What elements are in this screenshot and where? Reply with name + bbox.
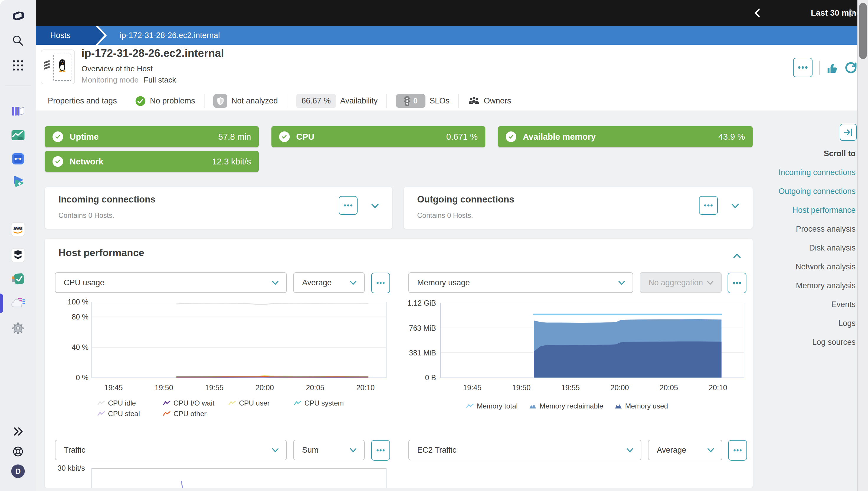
tile-label: CPU: [296, 132, 446, 142]
no-problems-label[interactable]: No problems: [150, 96, 195, 106]
search-icon[interactable]: [10, 33, 26, 48]
dynatrace-logo-glyph: [10, 11, 25, 22]
legend-item[interactable]: CPU other: [163, 410, 228, 418]
available-memory-tile[interactable]: Available memory 43.9 %: [498, 126, 753, 147]
infrastructure-app-icon[interactable]: [10, 104, 26, 119]
traffic-chart-more-button[interactable]: [371, 440, 390, 461]
legend-item[interactable]: CPU user: [228, 399, 294, 407]
help-lifebuoy-icon[interactable]: [10, 444, 26, 459]
app-grid-icon[interactable]: [10, 58, 26, 73]
cpu-chart-plot[interactable]: [91, 302, 386, 378]
network-tile[interactable]: Network 12.3 kbit/s: [45, 151, 259, 172]
card-more-button[interactable]: [339, 196, 358, 215]
tile-value: 57.8 min: [218, 132, 251, 142]
scroll-to-link[interactable]: Network analysis: [779, 257, 856, 276]
properties-bar: Properties and tags No problems Not anal…: [36, 91, 868, 111]
page-scrollbar[interactable]: [858, 0, 868, 491]
chevron-down-icon[interactable]: [731, 201, 740, 211]
cpu-tile[interactable]: CPU 0.671 %: [271, 126, 485, 147]
dynatrace-logo-icon[interactable]: [10, 9, 26, 24]
traffic-aggregation-select[interactable]: Sum: [293, 440, 365, 460]
memory-metric-select[interactable]: Memory usage: [408, 272, 633, 293]
owners-people-icon: [468, 96, 480, 106]
scroll-to-link[interactable]: Logs: [779, 314, 856, 333]
memory-chart-plot[interactable]: [440, 303, 744, 378]
cpu-chart-more-button[interactable]: [371, 272, 390, 293]
aws-app-icon[interactable]: aws: [10, 222, 26, 237]
settings-gear-icon[interactable]: [10, 321, 26, 336]
y-axis-label: 80 %: [44, 312, 88, 321]
card-more-button[interactable]: [699, 196, 718, 215]
collapse-panel-button[interactable]: [840, 124, 857, 141]
layers-stack-icon: [44, 60, 51, 74]
breadcrumb-entity: ip-172-31-28-26.ec2.internal: [120, 26, 220, 45]
clouds-app-icon[interactable]: [10, 295, 26, 311]
expand-sidebar-icon[interactable]: [10, 424, 26, 439]
tile-label: Network: [70, 157, 212, 167]
traffic-chart-plot[interactable]: [91, 468, 386, 488]
availability-label[interactable]: Availability: [340, 96, 378, 106]
chevron-down-icon[interactable]: [371, 201, 379, 211]
chevron-down-icon: [706, 279, 714, 286]
host-type-icon: [41, 50, 75, 84]
legend-label: Memory used: [625, 402, 668, 410]
metrics-app-icon[interactable]: [10, 127, 26, 143]
slo-count: 0: [413, 96, 417, 106]
services-app-icon[interactable]: [10, 174, 26, 190]
owners-label[interactable]: Owners: [484, 96, 511, 106]
memory-chart-more-button[interactable]: [728, 272, 747, 293]
chevron-down-icon: [707, 446, 714, 454]
scroll-to-link[interactable]: Memory analysis: [779, 276, 856, 295]
scroll-to-link[interactable]: Outgoing connections: [779, 182, 856, 201]
legend-item[interactable]: CPU system: [294, 399, 359, 407]
scroll-to-link[interactable]: Log sources: [779, 333, 856, 352]
chevron-down-icon: [271, 279, 279, 286]
properties-divider: [204, 94, 205, 108]
legend-line-glyph-icon: [97, 411, 105, 417]
chevron-down-icon: [271, 446, 279, 454]
properties-and-tags[interactable]: Properties and tags: [48, 96, 117, 106]
tile-label: Available memory: [523, 132, 718, 142]
traffic-metric-select[interactable]: Traffic: [55, 440, 287, 460]
card-subtitle: Contains 0 Hosts.: [417, 211, 473, 220]
scrollbar-thumb[interactable]: [859, 3, 867, 59]
security-app-icon[interactable]: [10, 248, 26, 263]
uptime-tile[interactable]: Uptime 57.8 min: [45, 126, 259, 147]
header-more-button[interactable]: [793, 58, 813, 77]
user-avatar[interactable]: D: [11, 464, 25, 478]
ec2-aggregation-select[interactable]: Average: [648, 440, 722, 460]
legend-item[interactable]: Memory reclaimable: [529, 402, 603, 410]
workflows-app-icon[interactable]: [10, 151, 26, 166]
legend-item[interactable]: Memory total: [466, 402, 518, 410]
cpu-metric-select[interactable]: CPU usage: [55, 272, 287, 293]
scroll-to-link[interactable]: Disk analysis: [779, 238, 856, 257]
ec2-traffic-metric-select[interactable]: EC2 Traffic: [408, 440, 642, 460]
app-sidebar: aws D: [0, 0, 36, 491]
chevron-down-icon: [618, 279, 625, 286]
cpu-chart-x-axis: 19:4519:5019:5520:0020:0520:10: [91, 379, 386, 390]
cpu-aggregation-select[interactable]: Average: [293, 272, 365, 293]
feedback-thumbs-up-icon[interactable]: [826, 62, 840, 77]
legend-item[interactable]: CPU steal: [97, 410, 163, 418]
synthetic-app-icon[interactable]: [10, 271, 26, 286]
legend-item[interactable]: CPU idle: [97, 399, 163, 407]
x-axis-label: 20:00: [247, 383, 282, 392]
not-analyzed-label[interactable]: Not analyzed: [231, 96, 278, 106]
chevron-up-icon[interactable]: [733, 252, 741, 262]
timeframe-previous-icon[interactable]: [752, 8, 763, 20]
ellipsis-icon: [376, 449, 386, 452]
scroll-to-link[interactable]: Incoming connections: [779, 163, 856, 182]
legend-item[interactable]: Memory used: [615, 402, 668, 410]
scroll-to-link[interactable]: Process analysis: [779, 220, 856, 238]
timeframe-next-icon[interactable]: [846, 8, 857, 20]
scroll-to-link[interactable]: Events: [779, 295, 856, 314]
slo-label[interactable]: SLOs: [430, 96, 450, 106]
refresh-icon[interactable]: [844, 61, 858, 76]
scroll-to-link[interactable]: Host performance: [779, 201, 856, 220]
select-value: Sum: [302, 445, 349, 455]
breadcrumb-section[interactable]: Hosts: [50, 26, 71, 45]
y-axis-label: 40 %: [44, 343, 88, 352]
select-value: Memory usage: [417, 278, 618, 287]
legend-item[interactable]: CPU I/O wait: [163, 399, 228, 407]
ec2-chart-more-button[interactable]: [728, 440, 747, 461]
